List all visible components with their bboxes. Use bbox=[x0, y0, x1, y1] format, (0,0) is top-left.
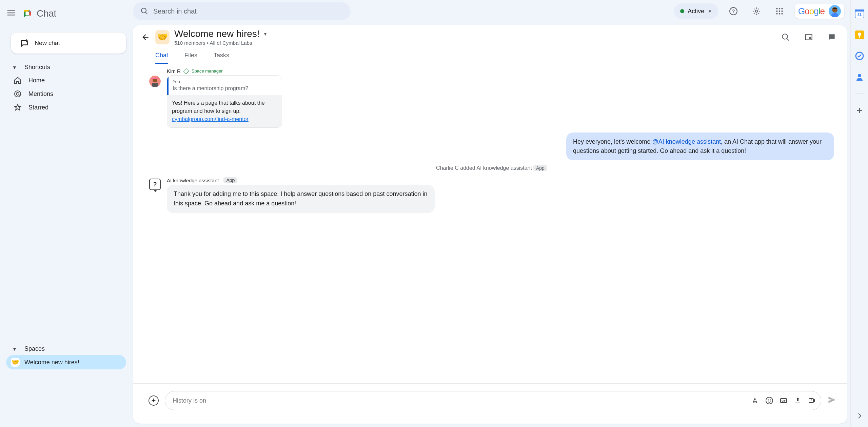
svg-point-5 bbox=[755, 10, 758, 13]
settings-icon[interactable] bbox=[749, 3, 764, 19]
add-attachment-button[interactable]: + bbox=[149, 395, 159, 406]
quoted-reply-card[interactable]: You Is there a mentorship program? Yes! … bbox=[167, 75, 282, 128]
space-emoji: 🤝 bbox=[11, 358, 20, 367]
sender-avatar[interactable] bbox=[149, 76, 161, 87]
svg-rect-30 bbox=[809, 399, 813, 403]
svg-rect-20 bbox=[809, 37, 811, 39]
picture-in-picture-icon[interactable] bbox=[801, 29, 816, 45]
status-dot-icon bbox=[680, 9, 684, 13]
app-chip: App bbox=[533, 165, 547, 171]
svg-point-13 bbox=[779, 13, 780, 14]
svg-point-2 bbox=[16, 93, 19, 95]
left-sidebar: Chat New chat ▼ Shortcuts Home Mentions … bbox=[0, 0, 132, 427]
svg-text:31: 31 bbox=[857, 13, 861, 17]
chat-logo: Chat bbox=[22, 8, 56, 19]
mentor-link[interactable]: cymbalgroup.com/find-a-mentor bbox=[172, 116, 249, 122]
svg-text:?: ? bbox=[732, 8, 735, 14]
conversation-card: 🤝 Welcome new hires! ▼ 510 members • All… bbox=[133, 25, 847, 424]
message-ai-assistant: ? AI knowledge assistant App Thank you f… bbox=[149, 177, 834, 213]
search-input[interactable]: Search in chat bbox=[133, 2, 351, 20]
top-header: Search in chat Active ▼ ? Google bbox=[132, 0, 850, 22]
shortcut-mentions[interactable]: Mentions bbox=[6, 87, 126, 101]
contacts-app-icon[interactable] bbox=[855, 73, 864, 81]
svg-point-27 bbox=[770, 400, 771, 401]
new-chat-button[interactable]: New chat bbox=[11, 33, 126, 54]
keep-app-icon[interactable] bbox=[855, 30, 864, 39]
svg-point-14 bbox=[782, 13, 783, 14]
conv-search-icon[interactable] bbox=[778, 29, 793, 45]
svg-point-26 bbox=[768, 400, 769, 401]
calendar-app-icon[interactable]: 31 bbox=[855, 9, 864, 18]
gif-icon[interactable]: GIF bbox=[780, 396, 788, 405]
conversation-avatar: 🤝 bbox=[155, 30, 170, 44]
apps-grid-icon[interactable] bbox=[772, 3, 787, 19]
emoji-icon[interactable] bbox=[765, 396, 773, 405]
svg-point-11 bbox=[782, 11, 783, 12]
status-selector[interactable]: Active ▼ bbox=[674, 3, 718, 19]
svg-point-38 bbox=[858, 74, 861, 77]
svg-point-12 bbox=[776, 13, 777, 14]
svg-rect-36 bbox=[859, 36, 860, 38]
mention-ai-assistant[interactable]: @AI knowledge assistant bbox=[652, 138, 721, 145]
main-menu-icon[interactable] bbox=[6, 8, 16, 19]
upload-icon[interactable] bbox=[794, 396, 802, 405]
caret-down-icon: ▼ bbox=[11, 346, 18, 352]
svg-point-7 bbox=[779, 8, 780, 9]
search-icon bbox=[140, 7, 149, 15]
google-account[interactable]: Google bbox=[795, 4, 844, 19]
tab-chat[interactable]: Chat bbox=[154, 49, 170, 64]
space-item-welcome-new-hires[interactable]: 🤝 Welcome new hires! bbox=[6, 355, 126, 369]
svg-point-10 bbox=[779, 11, 780, 12]
sender-role: Space manager bbox=[192, 68, 223, 74]
format-text-icon[interactable] bbox=[751, 396, 759, 405]
svg-rect-17 bbox=[831, 13, 838, 17]
svg-point-8 bbox=[782, 8, 783, 9]
message-own: Hey everyone, let's welcome @AI knowledg… bbox=[149, 133, 834, 160]
ai-message-body[interactable]: Thank you for adding me to this space. I… bbox=[167, 185, 435, 213]
svg-point-35 bbox=[858, 33, 861, 36]
conversation-tabs: Chat Files Tasks bbox=[133, 46, 847, 64]
svg-rect-0 bbox=[25, 12, 29, 15]
conversation-title-button[interactable]: Welcome new hires! ▼ bbox=[174, 28, 268, 39]
user-avatar[interactable] bbox=[829, 5, 841, 17]
conversation-subtitle: 510 members • All of Cymbal Labs bbox=[174, 40, 268, 46]
svg-point-9 bbox=[776, 11, 777, 12]
shortcuts-header[interactable]: ▼ Shortcuts bbox=[6, 61, 126, 74]
space-manager-badge-icon bbox=[183, 68, 189, 74]
tab-tasks[interactable]: Tasks bbox=[212, 49, 231, 64]
svg-point-1 bbox=[15, 91, 21, 97]
message-kim: Kim R Space manager You Is there a mento… bbox=[149, 68, 834, 128]
shortcut-starred[interactable]: Starred bbox=[6, 101, 126, 114]
caret-down-icon: ▼ bbox=[11, 65, 18, 70]
reply-body: Yes! Here's a page that talks about the … bbox=[167, 95, 282, 127]
chat-panel-icon[interactable] bbox=[824, 29, 840, 45]
chevron-down-icon: ▼ bbox=[263, 31, 268, 37]
messages-area: Kim R Space manager You Is there a mento… bbox=[133, 64, 847, 383]
help-icon[interactable]: ? bbox=[726, 3, 741, 19]
tab-files[interactable]: Files bbox=[183, 49, 199, 64]
chevron-down-icon: ▼ bbox=[708, 9, 712, 14]
spaces-header[interactable]: ▼ Spaces bbox=[6, 343, 126, 355]
send-button[interactable] bbox=[827, 395, 837, 406]
svg-text:GIF: GIF bbox=[782, 400, 786, 402]
composer-area: + GIF bbox=[133, 383, 847, 424]
message-composer[interactable]: GIF bbox=[165, 391, 821, 410]
tasks-app-icon[interactable] bbox=[855, 52, 864, 60]
svg-rect-18 bbox=[833, 8, 837, 9]
svg-point-25 bbox=[766, 397, 773, 404]
sender-name: Kim R bbox=[167, 68, 181, 74]
video-meeting-icon[interactable] bbox=[808, 396, 816, 405]
collapse-side-panel-icon[interactable] bbox=[855, 411, 864, 420]
svg-rect-32 bbox=[855, 9, 864, 12]
add-addon-icon[interactable] bbox=[855, 106, 864, 115]
shortcut-home[interactable]: Home bbox=[6, 74, 126, 87]
svg-point-6 bbox=[776, 8, 777, 9]
side-panel-rail: 31 bbox=[850, 0, 868, 427]
message-input[interactable] bbox=[173, 397, 751, 404]
svg-rect-24 bbox=[152, 83, 158, 87]
google-logo: Google bbox=[798, 6, 825, 17]
brand-title: Chat bbox=[37, 8, 56, 19]
system-event: Charlie C added AI knowledge assistantAp… bbox=[149, 165, 834, 171]
ai-app-avatar-icon[interactable]: ? bbox=[149, 179, 161, 190]
back-arrow-icon[interactable] bbox=[140, 32, 151, 42]
